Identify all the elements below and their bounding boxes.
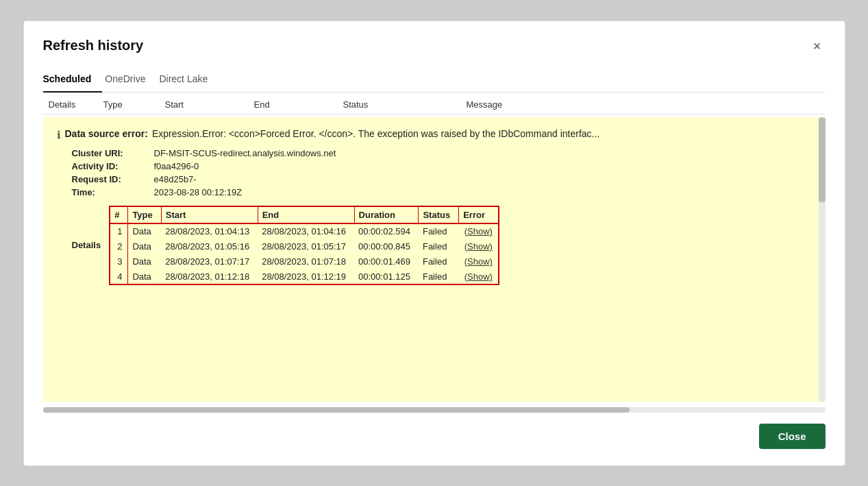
dialog-footer: Close — [43, 413, 826, 449]
table-row: 4 Data 28/08/2023, 01:12:18 28/08/2023, … — [110, 269, 499, 284]
table-row: 2 Data 28/08/2023, 01:05:16 28/08/2023, … — [110, 239, 499, 254]
cell-end: 28/08/2023, 01:07:18 — [258, 254, 354, 269]
cell-type: Data — [128, 223, 161, 239]
cell-num: 2 — [110, 239, 128, 254]
inner-col-num: # — [110, 206, 128, 223]
cell-duration: 00:00:02.594 — [354, 223, 419, 239]
refresh-history-dialog: Refresh history × Scheduled OneDrive Dir… — [23, 21, 845, 466]
cell-status: Failed — [419, 269, 459, 284]
cell-start: 28/08/2023, 01:12:18 — [161, 269, 258, 284]
show-link[interactable]: (Show) — [464, 271, 493, 282]
activity-id-value: f0aa4296-0 — [154, 161, 812, 171]
error-top-row: ℹ Data source error: Expression.Error: <… — [57, 128, 812, 141]
show-link[interactable]: (Show) — [464, 256, 493, 267]
cell-type: Data — [128, 254, 161, 269]
activity-id-label: Activity ID: — [72, 161, 154, 171]
cluster-uri-label: Cluster URI: — [72, 148, 154, 158]
scrollbar-thumb-horizontal — [43, 407, 630, 413]
col-message: Message — [461, 99, 598, 110]
inner-col-error: Error — [459, 206, 499, 223]
col-details: Details — [43, 99, 98, 110]
tab-onedrive[interactable]: OneDrive — [102, 68, 156, 93]
tab-direct-lake[interactable]: Direct Lake — [156, 68, 219, 93]
info-icon: ℹ — [57, 129, 61, 141]
inner-table-header-row: # Type Start End Duration Status Error — [110, 206, 499, 223]
data-source-label: Data source error: — [65, 128, 148, 139]
col-type: Type — [98, 99, 160, 110]
table-header: Details Type Start End Status Message — [43, 93, 826, 114]
cell-type: Data — [128, 239, 161, 254]
inner-table: # Type Start End Duration Status Error 1 — [109, 206, 499, 285]
cell-num: 4 — [110, 269, 128, 284]
col-end: End — [249, 99, 338, 110]
tab-scheduled[interactable]: Scheduled — [43, 68, 103, 93]
request-id-value: e48d25b7- — [154, 174, 812, 184]
scrollbar-thumb — [819, 117, 826, 203]
inner-col-start: Start — [161, 206, 258, 223]
error-meta: Cluster URI: DF-MSIT-SCUS-redirect.analy… — [72, 148, 812, 197]
cell-status: Failed — [419, 254, 459, 269]
cell-error[interactable]: (Show) — [459, 239, 499, 254]
cell-num: 1 — [110, 223, 128, 239]
cell-start: 28/08/2023, 01:07:17 — [161, 254, 258, 269]
cell-status: Failed — [419, 239, 459, 254]
cell-end: 28/08/2023, 01:04:16 — [258, 223, 354, 239]
cell-status: Failed — [419, 223, 459, 239]
cell-duration: 00:00:01.125 — [354, 269, 419, 284]
show-link[interactable]: (Show) — [464, 241, 493, 252]
table-row: 1 Data 28/08/2023, 01:04:13 28/08/2023, … — [110, 223, 499, 239]
col-status: Status — [338, 99, 461, 110]
cluster-uri-value: DF-MSIT-SCUS-redirect.analysis.windows.n… — [154, 148, 812, 158]
details-label-row: Details # Type Start End Duration Status… — [72, 206, 812, 285]
col-start: Start — [160, 99, 249, 110]
content-area: ℹ Data source error: Expression.Error: <… — [43, 114, 826, 413]
cell-type: Data — [128, 269, 161, 284]
inner-col-duration: Duration — [354, 206, 419, 223]
cell-error[interactable]: (Show) — [459, 254, 499, 269]
cell-end: 28/08/2023, 01:05:17 — [258, 239, 354, 254]
cell-error[interactable]: (Show) — [459, 269, 499, 284]
close-icon[interactable]: × — [809, 38, 826, 54]
cell-start: 28/08/2023, 01:04:13 — [161, 223, 258, 239]
horizontal-scrollbar[interactable] — [43, 407, 826, 413]
dialog-title: Refresh history — [43, 38, 144, 53]
cell-end: 28/08/2023, 01:12:19 — [258, 269, 354, 284]
col-spacer — [598, 99, 826, 110]
error-panel: ℹ Data source error: Expression.Error: <… — [43, 117, 826, 402]
inner-col-type: Type — [128, 206, 161, 223]
time-label: Time: — [72, 187, 154, 197]
cell-duration: 00:00:01.469 — [354, 254, 419, 269]
details-word: Details — [72, 240, 101, 250]
cell-error[interactable]: (Show) — [459, 223, 499, 239]
cell-num: 3 — [110, 254, 128, 269]
dialog-header: Refresh history × — [43, 38, 826, 54]
table-row: 3 Data 28/08/2023, 01:07:17 28/08/2023, … — [110, 254, 499, 269]
tab-bar: Scheduled OneDrive Direct Lake — [43, 68, 826, 93]
close-button[interactable]: Close — [759, 424, 826, 449]
details-section: Details # Type Start End Duration Status… — [72, 206, 812, 285]
time-value: 2023-08-28 00:12:19Z — [154, 187, 812, 197]
show-link[interactable]: (Show) — [464, 226, 493, 236]
data-source-value: Expression.Error: <ccon>Forced Error. </… — [152, 128, 599, 139]
vertical-scrollbar[interactable] — [819, 117, 826, 402]
cell-duration: 00:00:00.845 — [354, 239, 419, 254]
cell-start: 28/08/2023, 01:05:16 — [161, 239, 258, 254]
inner-col-status: Status — [419, 206, 459, 223]
request-id-label: Request ID: — [72, 174, 154, 184]
inner-col-end: End — [258, 206, 354, 223]
